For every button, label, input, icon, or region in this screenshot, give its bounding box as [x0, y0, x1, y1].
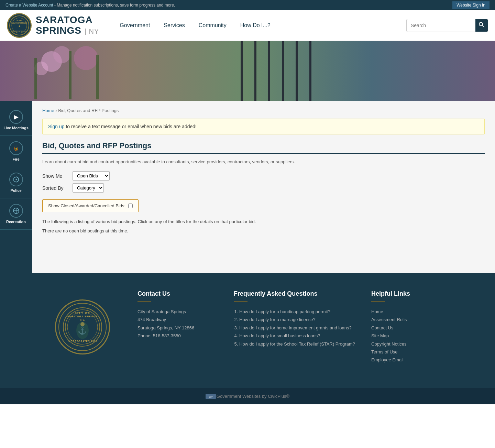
svg-text:CITY OF: CITY OF: [75, 312, 90, 315]
top-bar-suffix: - Manage notification subscriptions, sav…: [54, 3, 175, 8]
page-title: Bid, Quotes and RFP Postings: [42, 141, 485, 154]
phone-label: Phone:: [138, 333, 152, 338]
svg-point-12: [74, 46, 98, 70]
footer-seal-inner: CITY OF SARATOGA SPRINGS N.Y. INCORPORAT…: [58, 303, 107, 351]
search-input[interactable]: [407, 20, 475, 31]
contact-us-heading: Contact Us: [138, 290, 220, 297]
svg-rect-18: [268, 41, 270, 101]
address2: Saratoga Springs, NY 12866: [138, 324, 220, 332]
main-nav: Government Services Community How Do I..…: [113, 20, 399, 31]
sidebar-item-live-meetings[interactable]: ▶ Live Meetings: [0, 105, 32, 136]
contact-us-divider: [138, 302, 151, 302]
no-bids-text: There are no open bid postings at this t…: [42, 228, 485, 233]
faq-link-5[interactable]: How do I apply for the School Tax Relief…: [239, 341, 355, 347]
svg-text:CITY OF: CITY OF: [16, 20, 23, 22]
sorted-by-select[interactable]: Category Title Date: [73, 183, 104, 193]
faq-divider: [234, 302, 248, 302]
sidebar-label-live-meetings: Live Meetings: [3, 126, 29, 130]
fire-icon: [9, 141, 23, 155]
svg-text:SARATOGA SPRINGS: SARATOGA SPRINGS: [67, 315, 98, 318]
helpful-link-email[interactable]: Employee Email: [371, 356, 454, 364]
listing-text: The following is a listing of various bi…: [42, 219, 485, 224]
top-bar-left: Create a Website Account - Manage notifi…: [6, 3, 175, 8]
footer-seal: CITY OF SARATOGA SPRINGS N.Y. INCORPORAT…: [55, 299, 110, 354]
sidebar-item-recreation[interactable]: Recreation: [0, 198, 32, 230]
sidebar-item-police[interactable]: ✦ Police: [0, 167, 32, 198]
svg-text:INCORPORATED 1915: INCORPORATED 1915: [68, 340, 97, 342]
description-text: Learn about current bid and contract opp…: [42, 159, 485, 164]
footer-bottom-text: Government Websites by CivicPlus®: [217, 394, 289, 399]
svg-point-35: [80, 322, 85, 326]
svg-rect-16: [241, 41, 243, 101]
website-sign-in-button[interactable]: Website Sign In: [452, 1, 490, 9]
notification-box: Sign up to receive a text message or ema…: [42, 119, 485, 134]
closed-bids-checkbox[interactable]: [128, 204, 133, 208]
faq-item-3: How do I apply for home improvement gran…: [239, 324, 358, 332]
search-button[interactable]: [475, 19, 488, 32]
breadcrumb-home[interactable]: Home: [42, 108, 54, 113]
sign-up-link[interactable]: Sign up: [48, 124, 64, 129]
faq-item-1: How do I apply for a handicap parking pe…: [239, 308, 358, 316]
police-icon: ✦: [9, 173, 23, 186]
search-box[interactable]: [406, 19, 488, 32]
nav-services[interactable]: Services: [157, 20, 191, 31]
svg-rect-14: [69, 51, 72, 99]
footer-helpful-links: Helpful Links Home Assessment Rolls Cont…: [371, 290, 454, 364]
address1: 474 Broadway: [138, 316, 220, 324]
notification-text: to receive a text message or email when …: [66, 124, 197, 129]
nav-government[interactable]: Government: [113, 20, 157, 31]
logo-area: CITY OF SARATOGA SPRINGS INCORPORATED 19…: [7, 13, 99, 38]
svg-rect-20: [296, 41, 298, 101]
footer: CITY OF SARATOGA SPRINGS N.Y. INCORPORAT…: [0, 273, 495, 388]
main-content: Home › Bid, Quotes and RFP Postings Sign…: [32, 101, 495, 273]
helpful-link-home[interactable]: Home: [371, 308, 454, 316]
helpful-link-copyright[interactable]: Copyright Notices: [371, 340, 454, 348]
sidebar-item-fire[interactable]: Fire: [0, 136, 32, 167]
svg-text:CP: CP: [209, 395, 212, 398]
svg-point-6: [479, 22, 483, 26]
helpful-link-terms[interactable]: Terms of Use: [371, 348, 454, 356]
svg-rect-17: [254, 41, 256, 101]
hero-image: [0, 41, 495, 101]
nav-community[interactable]: Community: [192, 20, 233, 31]
svg-text:⚓: ⚓: [78, 326, 87, 335]
city-seal: CITY OF SARATOGA SPRINGS INCORPORATED 19…: [7, 13, 32, 38]
site-title: SARATOGA SPRINGS | NY: [36, 15, 99, 36]
phone-number: 518-587-3550: [153, 333, 181, 338]
create-account-link[interactable]: Create a Website Account: [6, 3, 53, 8]
footer-grid: CITY OF SARATOGA SPRINGS N.Y. INCORPORAT…: [41, 290, 454, 364]
sidebar-label-fire: Fire: [12, 157, 19, 161]
faq-item-4: How do I apply for small business loans?: [239, 332, 358, 340]
faq-list: How do I apply for a handicap parking pe…: [234, 308, 358, 348]
svg-rect-8: [0, 41, 495, 101]
footer-logo-area: CITY OF SARATOGA SPRINGS N.Y. INCORPORAT…: [41, 290, 124, 364]
svg-rect-15: [96, 55, 99, 99]
helpful-link-assessment[interactable]: Assessment Rolls: [371, 316, 454, 324]
faq-link-3[interactable]: How do I apply for home improvement gran…: [239, 325, 352, 330]
header: CITY OF SARATOGA SPRINGS INCORPORATED 19…: [0, 10, 495, 41]
svg-text:N.Y.: N.Y.: [80, 319, 85, 321]
svg-rect-21: [309, 41, 311, 101]
faq-item-2: How do I apply for a marriage license?: [239, 316, 358, 324]
helpful-link-sitemap[interactable]: Site Map: [371, 332, 454, 340]
faq-link-2[interactable]: How do I apply for a marriage license?: [239, 317, 316, 322]
nav-how-do-i[interactable]: How Do I...?: [233, 20, 277, 31]
faq-heading: Frequently Asked Questions: [234, 290, 358, 297]
footer-contact-us: Contact Us City of Saratoga Springs 474 …: [138, 290, 220, 364]
svg-text:✦: ✦: [18, 25, 21, 28]
helpful-links-divider: [371, 302, 385, 302]
show-me-select[interactable]: Open BidsClosed BidsAll Bids: [73, 171, 110, 181]
helpful-links-heading: Helpful Links: [371, 290, 454, 297]
faq-link-1[interactable]: How do I apply for a handicap parking pe…: [239, 309, 330, 314]
svg-rect-13: [34, 58, 37, 99]
civicplus-icon: CP: [206, 394, 214, 398]
sidebar: ▶ Live Meetings Fire ✦ Police: [0, 101, 32, 273]
svg-line-7: [482, 25, 484, 27]
faq-link-4[interactable]: How do I apply for small business loans?: [239, 333, 320, 338]
show-me-label: Show Me: [42, 173, 70, 179]
content-wrapper: ▶ Live Meetings Fire ✦ Police: [0, 101, 495, 273]
footer-bottom: CP Government Websites by CivicPlus®: [0, 388, 495, 404]
city-name: SARATOGA SPRINGS | NY: [36, 15, 99, 36]
sorted-by-label: Sorted By: [42, 185, 70, 191]
helpful-link-contact[interactable]: Contact Us: [371, 324, 454, 332]
